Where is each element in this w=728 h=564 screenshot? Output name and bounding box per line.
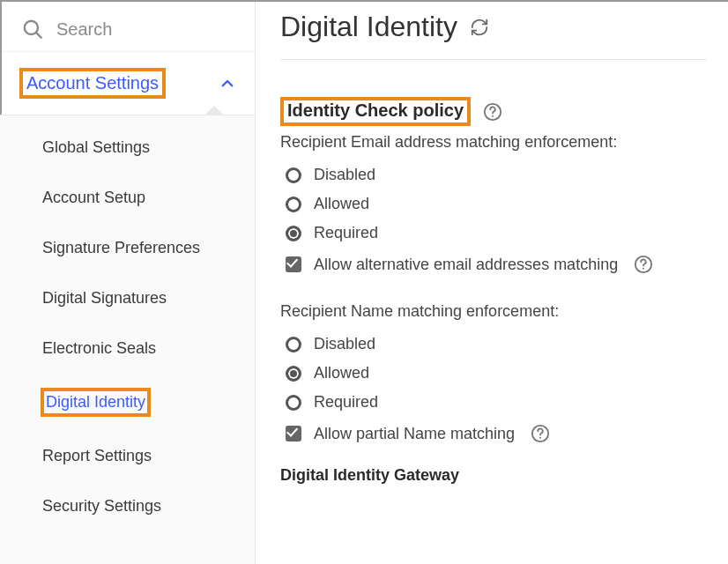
checkbox-icon [286,256,301,272]
radio-label: Required [314,224,378,242]
chevron-up-icon [219,76,235,92]
name-enforcement-block: Recipient Name matching enforcement: Dis… [280,302,707,449]
email-enforcement-options: Disabled Allowed Required Allow alternat… [280,160,707,279]
name-enforcement-options: Disabled Allowed Required Allow partial … [280,330,707,449]
sidebar-item-account-setup[interactable]: Account Setup [0,173,255,223]
svg-point-7 [539,437,541,439]
checkbox-label: Allow alternative email addresses matchi… [314,256,618,274]
sidebar-item-digital-signatures[interactable]: Digital Signatures [0,273,255,323]
sidebar-section-label: Account Settings [19,68,166,99]
search-icon [21,18,44,41]
name-option-allowed[interactable]: Allowed [286,359,707,388]
radio-icon [286,167,301,183]
radio-icon [286,197,301,212]
email-option-allowed[interactable]: Allowed [286,189,707,219]
name-option-disabled[interactable]: Disabled [286,330,707,359]
radio-label: Allowed [314,195,369,213]
radio-icon [286,226,301,241]
email-option-required[interactable]: Required [286,219,707,248]
name-allow-partial-checkbox[interactable]: Allow partial Name matching [286,417,707,449]
radio-icon [286,366,301,382]
radio-icon [286,395,301,411]
radio-label: Disabled [314,166,375,184]
main-panel: Digital Identity Identity Check policy R… [256,0,728,564]
svg-point-3 [492,115,494,116]
sidebar-item-digital-identity[interactable]: Digital Identity [0,374,255,431]
svg-line-1 [36,33,41,37]
sidebar-item-global-settings[interactable]: Global Settings [0,122,255,173]
section-title-row: Identity Check policy [280,97,707,126]
sidebar-item-report-settings[interactable]: Report Settings [0,431,255,481]
name-enforcement-label: Recipient Name matching enforcement: [280,302,707,321]
search-row [0,2,255,52]
name-option-required[interactable]: Required [286,388,707,417]
sidebar-item-electronic-seals[interactable]: Electronic Seals [0,323,255,374]
search-input[interactable] [56,19,237,40]
help-icon[interactable] [531,424,550,443]
sidebar-item-signature-preferences[interactable]: Signature Preferences [0,223,255,273]
sidebar: Account Settings Global Settings Account… [0,0,256,564]
radio-label: Disabled [314,335,375,353]
app-window: Account Settings Global Settings Account… [0,0,728,564]
email-option-disabled[interactable]: Disabled [286,160,707,189]
radio-label: Allowed [314,364,369,382]
refresh-icon[interactable] [470,18,489,37]
help-icon[interactable] [483,102,502,122]
email-enforcement-block: Recipient Email address matching enforce… [280,133,707,279]
radio-label: Required [314,393,378,412]
help-icon[interactable] [634,255,653,274]
email-enforcement-label: Recipient Email address matching enforce… [280,133,707,152]
page-title: Digital Identity [280,11,457,43]
checkbox-label: Allow partial Name matching [314,425,515,443]
sidebar-item-security-settings[interactable]: Security Settings [0,481,255,531]
radio-icon [286,337,301,352]
email-allow-alternative-checkbox[interactable]: Allow alternative email addresses matchi… [286,248,707,279]
identity-check-policy-title: Identity Check policy [280,97,471,126]
svg-point-5 [643,268,644,270]
checkbox-icon [286,426,301,442]
page-title-row: Digital Identity [280,0,707,60]
sidebar-nav: Global Settings Account Setup Signature … [0,115,255,564]
digital-identity-gateway-title: Digital Identity Gateway [280,466,707,485]
